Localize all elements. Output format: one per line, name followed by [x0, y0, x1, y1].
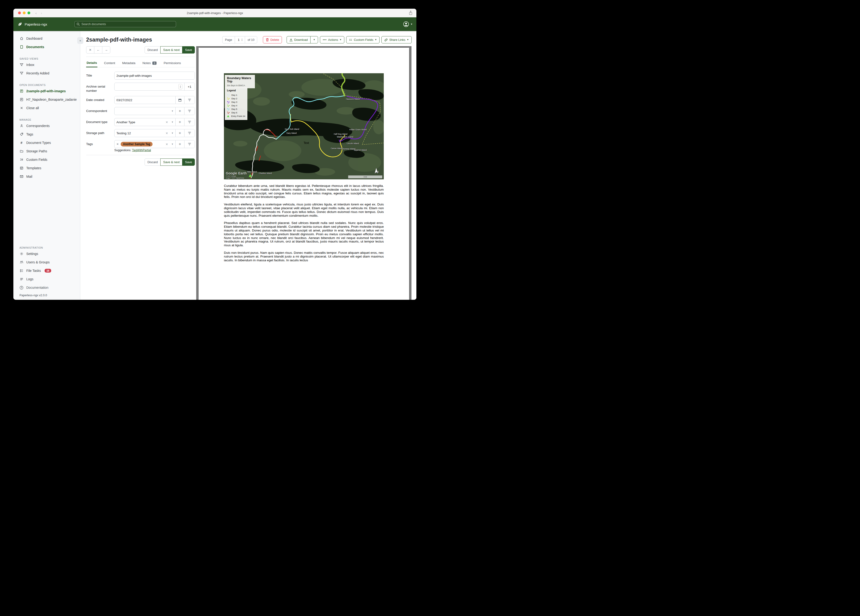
sidebar-item-templates[interactable]: Templates [13, 164, 80, 172]
chevron-down-icon[interactable]: ▼ [171, 132, 173, 134]
discard-button-bottom[interactable]: Discard [144, 159, 160, 166]
page-number-input[interactable] [237, 38, 240, 42]
forward-icon[interactable]: › [41, 11, 42, 15]
asn-stepper-icon[interactable]: ▲▼ [178, 84, 182, 89]
storage-path-filter-button[interactable] [184, 129, 195, 137]
title-input[interactable] [115, 72, 195, 79]
date-created-input[interactable] [115, 96, 175, 104]
document-type-select[interactable]: Another Type✕▼ [115, 118, 175, 126]
save-next-button[interactable]: Save & next [160, 46, 182, 53]
add-tag-button[interactable]: + [175, 140, 184, 148]
stepper-arrows-icon[interactable]: ▲▼ [241, 38, 243, 41]
minimize-window-button[interactable] [23, 11, 25, 14]
date-filter-button[interactable] [184, 96, 195, 104]
island-label: Indian Grave Island [349, 129, 367, 131]
zoom-window-button[interactable] [27, 11, 30, 14]
document-type-filter-button[interactable] [184, 118, 195, 126]
download-button[interactable]: Download [287, 36, 311, 43]
sidebar-item-recently-added[interactable]: Recently Added [13, 69, 80, 77]
tab-content[interactable]: Content [104, 60, 116, 67]
day6-route-icon [227, 112, 229, 114]
asn-input[interactable] [116, 85, 177, 88]
brand[interactable]: Paperless-ngx [17, 22, 74, 27]
clear-icon[interactable]: ✕ [166, 132, 168, 135]
tab-metadata[interactable]: Metadata [122, 60, 136, 67]
sidebar-item-users-groups[interactable]: Users & Groups [13, 258, 80, 266]
chevron-down-icon[interactable]: ▼ [171, 143, 173, 145]
tags-select[interactable]: ✕ Another Sample Tag ✕▼ [115, 140, 175, 148]
legend-item: Day 6 [227, 111, 245, 114]
actions-button[interactable]: ••• Actions▼ [320, 36, 344, 43]
storage-path-select[interactable]: Testing 12✕▼ [115, 129, 175, 137]
viewer-scrollbar[interactable] [411, 46, 416, 300]
sidebar-item-open-doc-2[interactable]: H7_Napoleon_Bonaparte_zadanie [13, 95, 80, 104]
tab-notes[interactable]: Notes1 [142, 60, 157, 67]
tags-filter-button[interactable] [184, 140, 195, 148]
users-icon [19, 260, 24, 264]
tag-chip[interactable]: Another Sample Tag [121, 142, 152, 146]
sidebar-item-dashboard[interactable]: Dashboard [13, 34, 80, 43]
user-menu-caret-icon[interactable]: ▼ [411, 23, 413, 25]
sidebar-item-document-types[interactable]: # Document Types [13, 138, 80, 147]
close-window-button[interactable] [18, 11, 21, 14]
share-icon[interactable] [409, 11, 413, 15]
sidebar-item-mail[interactable]: Mail [13, 172, 80, 181]
chevron-down-icon[interactable]: ▼ [171, 110, 173, 112]
download-menu-button[interactable]: ▼ [310, 36, 318, 43]
lines-icon [19, 277, 24, 281]
save-button-bottom[interactable]: Save [182, 159, 195, 166]
remove-tag-icon[interactable]: ✕ [116, 143, 119, 146]
person-icon [19, 124, 24, 128]
filter-lines-icon [188, 132, 191, 135]
add-document-type-button[interactable]: + [175, 118, 184, 126]
add-correspondent-button[interactable]: + [175, 107, 184, 115]
field-storage-path: Storage path Testing 12✕▼ + [86, 129, 195, 137]
correspondent-select[interactable]: ▼ [115, 107, 175, 115]
sidebar-item-documents[interactable]: Documents [13, 43, 80, 51]
add-storage-path-button[interactable]: + [175, 129, 184, 137]
share-links-button[interactable]: Share Links▼ [381, 36, 412, 43]
sidebar-item-logs[interactable]: Logs [13, 275, 80, 283]
legend-title: Legend [227, 89, 245, 92]
pdf-viewer-canvas[interactable]: Boundary Waters Trip Six days in BWCA Le… [196, 46, 411, 300]
sidebar-item-tags[interactable]: Tags [13, 130, 80, 138]
chevron-down-icon[interactable]: ▼ [171, 121, 173, 123]
sidebar-item-open-doc-1[interactable]: 2sample-pdf-with-images [13, 87, 80, 95]
clear-icon[interactable]: ✕ [166, 143, 168, 146]
close-icon [19, 106, 24, 110]
save-button[interactable]: Save [182, 46, 195, 53]
correspondent-filter-button[interactable] [184, 107, 195, 115]
calendar-button[interactable] [175, 96, 184, 104]
save-next-button-bottom[interactable]: Save & next [160, 159, 182, 166]
custom-fields-button[interactable]: Custom Fields▼ [346, 36, 380, 43]
sidebar-item-documentation[interactable]: Documentation [13, 283, 80, 292]
sidebar-collapse-button[interactable]: « [77, 37, 83, 44]
sidebar-item-file-tasks[interactable]: File Tasks 16 [13, 266, 80, 275]
map-text-annotation: Text [304, 141, 309, 145]
user-avatar-icon[interactable] [403, 21, 409, 27]
sidebar-item-settings[interactable]: Settings [13, 250, 80, 258]
search-input[interactable] [82, 22, 174, 26]
sidebar-item-label: Mail [26, 174, 32, 178]
page-number-stepper[interactable]: ▲▼ [235, 36, 245, 43]
clear-icon[interactable]: ✕ [166, 120, 168, 124]
list-dots-icon [19, 158, 24, 162]
sidebar-item-custom-fields[interactable]: Custom Fields [13, 156, 80, 164]
next-document-button[interactable]: → [102, 46, 110, 53]
document-header-row: 2sample-pdf-with-images Page ▲▼ of 10 [86, 36, 416, 43]
discard-button[interactable]: Discard [144, 46, 160, 53]
sidebar-item-inbox[interactable]: Inbox [13, 61, 80, 69]
sidebar-item-storage-paths[interactable]: Storage Paths [13, 147, 80, 156]
back-icon[interactable]: ‹ [35, 11, 37, 15]
delete-button[interactable]: Delete [263, 36, 282, 43]
close-icon: ✕ [89, 48, 91, 52]
sidebar-item-correspondents[interactable]: Correspondents [13, 122, 80, 130]
close-document-button[interactable]: ✕ [86, 46, 94, 53]
sidebar-item-close-all[interactable]: Close all [13, 104, 80, 112]
asn-plus-one-button[interactable]: +1 [184, 83, 195, 90]
file-text-icon [19, 89, 24, 93]
suggestion-link[interactable]: TagWithPartial [132, 149, 151, 152]
tab-permissions[interactable]: Permissions [163, 60, 181, 67]
tab-details[interactable]: Details [86, 60, 97, 68]
previous-document-button[interactable]: ← [94, 46, 102, 53]
